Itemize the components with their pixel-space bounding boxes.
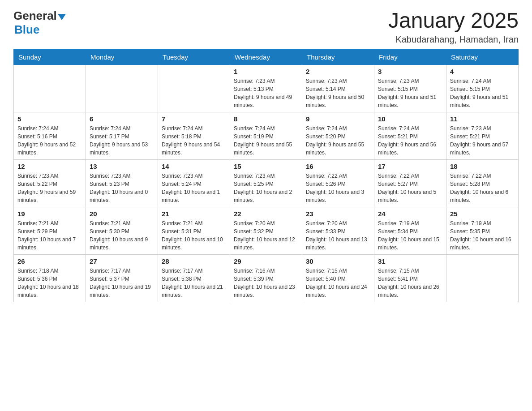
day-number: 27 <box>90 257 154 265</box>
day-info: Sunrise: 7:23 AMSunset: 5:24 PMDaylight:… <box>162 172 226 204</box>
calendar-cell: 26Sunrise: 7:18 AMSunset: 5:36 PMDayligh… <box>14 254 86 302</box>
day-info: Sunrise: 7:23 AMSunset: 5:14 PMDaylight:… <box>306 77 370 109</box>
calendar-cell: 21Sunrise: 7:21 AMSunset: 5:31 PMDayligh… <box>158 207 230 254</box>
day-info: Sunrise: 7:23 AMSunset: 5:25 PMDaylight:… <box>234 172 298 204</box>
day-info: Sunrise: 7:17 AMSunset: 5:37 PMDaylight:… <box>90 267 154 299</box>
calendar-cell: 9Sunrise: 7:24 AMSunset: 5:20 PMDaylight… <box>302 112 374 159</box>
day-number: 23 <box>306 210 370 218</box>
day-number: 30 <box>306 257 370 265</box>
day-info: Sunrise: 7:22 AMSunset: 5:27 PMDaylight:… <box>378 172 442 204</box>
day-info: Sunrise: 7:21 AMSunset: 5:31 PMDaylight:… <box>162 219 226 252</box>
day-number: 9 <box>306 115 370 123</box>
day-number: 18 <box>450 163 515 170</box>
day-info: Sunrise: 7:22 AMSunset: 5:26 PMDaylight:… <box>306 172 370 204</box>
calendar-cell: 27Sunrise: 7:17 AMSunset: 5:37 PMDayligh… <box>86 254 158 302</box>
page-header: General Blue January 2025 Kabudarahang, … <box>13 9 519 45</box>
calendar-cell: 11Sunrise: 7:23 AMSunset: 5:21 PMDayligh… <box>446 112 519 159</box>
day-info: Sunrise: 7:23 AMSunset: 5:22 PMDaylight:… <box>17 172 82 204</box>
calendar-cell: 10Sunrise: 7:24 AMSunset: 5:21 PMDayligh… <box>374 112 446 159</box>
column-header-wednesday: Wednesday <box>230 49 302 64</box>
calendar-cell: 5Sunrise: 7:24 AMSunset: 5:16 PMDaylight… <box>14 112 86 159</box>
month-title: January 2025 <box>388 9 519 33</box>
day-number: 14 <box>162 163 226 170</box>
calendar-cell: 8Sunrise: 7:24 AMSunset: 5:19 PMDaylight… <box>230 112 302 159</box>
calendar-table: SundayMondayTuesdayWednesdayThursdayFrid… <box>13 49 519 302</box>
day-number: 4 <box>450 68 515 75</box>
day-number: 2 <box>306 68 370 75</box>
day-number: 21 <box>162 210 226 218</box>
day-info: Sunrise: 7:24 AMSunset: 5:20 PMDaylight:… <box>306 124 370 157</box>
logo-triangle-icon <box>58 13 66 21</box>
day-number: 1 <box>234 68 298 75</box>
day-number: 15 <box>234 163 298 170</box>
week-row-3: 12Sunrise: 7:23 AMSunset: 5:22 PMDayligh… <box>14 159 519 207</box>
day-number: 31 <box>378 257 442 265</box>
calendar-cell: 7Sunrise: 7:24 AMSunset: 5:18 PMDaylight… <box>158 112 230 159</box>
day-number: 11 <box>450 115 515 123</box>
day-info: Sunrise: 7:24 AMSunset: 5:19 PMDaylight:… <box>234 124 298 157</box>
calendar-cell <box>158 64 230 112</box>
column-header-thursday: Thursday <box>302 49 374 64</box>
day-number: 17 <box>378 163 442 170</box>
day-info: Sunrise: 7:24 AMSunset: 5:15 PMDaylight:… <box>450 77 515 109</box>
calendar-cell: 6Sunrise: 7:24 AMSunset: 5:17 PMDaylight… <box>86 112 158 159</box>
day-info: Sunrise: 7:21 AMSunset: 5:30 PMDaylight:… <box>90 219 154 252</box>
calendar-cell: 12Sunrise: 7:23 AMSunset: 5:22 PMDayligh… <box>14 159 86 207</box>
day-info: Sunrise: 7:16 AMSunset: 5:39 PMDaylight:… <box>234 267 298 299</box>
day-info: Sunrise: 7:24 AMSunset: 5:21 PMDaylight:… <box>378 124 442 157</box>
day-info: Sunrise: 7:23 AMSunset: 5:23 PMDaylight:… <box>90 172 154 204</box>
calendar-cell: 25Sunrise: 7:19 AMSunset: 5:35 PMDayligh… <box>446 207 519 254</box>
day-number: 8 <box>234 115 298 123</box>
column-header-friday: Friday <box>374 49 446 64</box>
day-info: Sunrise: 7:22 AMSunset: 5:28 PMDaylight:… <box>450 172 515 204</box>
calendar-cell: 18Sunrise: 7:22 AMSunset: 5:28 PMDayligh… <box>446 159 519 207</box>
day-info: Sunrise: 7:18 AMSunset: 5:36 PMDaylight:… <box>17 267 82 299</box>
day-info: Sunrise: 7:19 AMSunset: 5:35 PMDaylight:… <box>450 219 515 252</box>
calendar-cell: 2Sunrise: 7:23 AMSunset: 5:14 PMDaylight… <box>302 64 374 112</box>
day-info: Sunrise: 7:23 AMSunset: 5:13 PMDaylight:… <box>234 77 298 109</box>
column-header-tuesday: Tuesday <box>158 49 230 64</box>
logo-blue-text: Blue <box>14 23 66 37</box>
calendar-cell: 29Sunrise: 7:16 AMSunset: 5:39 PMDayligh… <box>230 254 302 302</box>
calendar-header-row: SundayMondayTuesdayWednesdayThursdayFrid… <box>14 49 519 64</box>
logo: General Blue <box>13 9 66 37</box>
calendar-cell: 31Sunrise: 7:15 AMSunset: 5:41 PMDayligh… <box>374 254 446 302</box>
day-info: Sunrise: 7:24 AMSunset: 5:16 PMDaylight:… <box>17 124 82 157</box>
day-info: Sunrise: 7:23 AMSunset: 5:21 PMDaylight:… <box>450 124 515 157</box>
day-info: Sunrise: 7:20 AMSunset: 5:32 PMDaylight:… <box>234 219 298 252</box>
calendar-cell: 16Sunrise: 7:22 AMSunset: 5:26 PMDayligh… <box>302 159 374 207</box>
logo-general-text: General <box>13 9 57 23</box>
day-number: 3 <box>378 68 442 75</box>
day-info: Sunrise: 7:19 AMSunset: 5:34 PMDaylight:… <box>378 219 442 252</box>
calendar-cell: 14Sunrise: 7:23 AMSunset: 5:24 PMDayligh… <box>158 159 230 207</box>
column-header-monday: Monday <box>86 49 158 64</box>
day-info: Sunrise: 7:24 AMSunset: 5:18 PMDaylight:… <box>162 124 226 157</box>
calendar-cell: 28Sunrise: 7:17 AMSunset: 5:38 PMDayligh… <box>158 254 230 302</box>
calendar-cell <box>86 64 158 112</box>
day-info: Sunrise: 7:21 AMSunset: 5:29 PMDaylight:… <box>17 219 82 252</box>
day-info: Sunrise: 7:20 AMSunset: 5:33 PMDaylight:… <box>306 219 370 252</box>
week-row-4: 19Sunrise: 7:21 AMSunset: 5:29 PMDayligh… <box>14 207 519 254</box>
day-number: 7 <box>162 115 226 123</box>
svg-marker-0 <box>58 14 66 20</box>
calendar-cell: 19Sunrise: 7:21 AMSunset: 5:29 PMDayligh… <box>14 207 86 254</box>
day-number: 6 <box>90 115 154 123</box>
calendar-cell: 3Sunrise: 7:23 AMSunset: 5:15 PMDaylight… <box>374 64 446 112</box>
day-info: Sunrise: 7:17 AMSunset: 5:38 PMDaylight:… <box>162 267 226 299</box>
day-number: 29 <box>234 257 298 265</box>
calendar-cell: 13Sunrise: 7:23 AMSunset: 5:23 PMDayligh… <box>86 159 158 207</box>
week-row-5: 26Sunrise: 7:18 AMSunset: 5:36 PMDayligh… <box>14 254 519 302</box>
day-number: 5 <box>17 115 82 123</box>
title-section: January 2025 Kabudarahang, Hamadan, Iran <box>388 9 519 45</box>
day-number: 12 <box>17 163 82 170</box>
day-number: 13 <box>90 163 154 170</box>
calendar-cell: 30Sunrise: 7:15 AMSunset: 5:40 PMDayligh… <box>302 254 374 302</box>
calendar-cell: 15Sunrise: 7:23 AMSunset: 5:25 PMDayligh… <box>230 159 302 207</box>
day-info: Sunrise: 7:23 AMSunset: 5:15 PMDaylight:… <box>378 77 442 109</box>
day-number: 22 <box>234 210 298 218</box>
location-subtitle: Kabudarahang, Hamadan, Iran <box>388 34 519 45</box>
calendar-cell: 4Sunrise: 7:24 AMSunset: 5:15 PMDaylight… <box>446 64 519 112</box>
day-info: Sunrise: 7:15 AMSunset: 5:41 PMDaylight:… <box>378 267 442 299</box>
day-number: 26 <box>17 257 82 265</box>
day-number: 19 <box>17 210 82 218</box>
